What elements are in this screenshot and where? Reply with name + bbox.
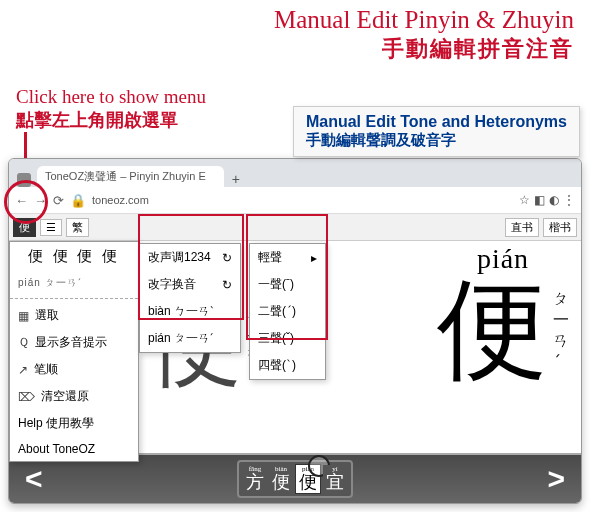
main-char: 便 [437, 275, 547, 385]
tone-label: 四聲(ˋ) [258, 357, 296, 374]
menu-item[interactable]: About ToneOZ [10, 437, 138, 461]
reload-button[interactable]: ⟳ [53, 193, 64, 208]
callout-zh: 手動編輯聲調及破音字 [306, 131, 567, 150]
menu-item[interactable]: ▦選取 [10, 302, 138, 329]
context-menu: 便 便 便 便 pián ㄆ一ㄢˊ ▦選取Ｑ显示多音提示↗笔顺⌦清空還原Help… [9, 241, 139, 462]
menu-item[interactable]: Ｑ显示多音提示 [10, 329, 138, 356]
menu-item-label: 選取 [35, 307, 59, 324]
menu-char-variants[interactable]: 便 便 便 便 [10, 242, 138, 271]
new-tab-button[interactable]: + [224, 171, 248, 187]
next-button[interactable]: > [547, 462, 565, 496]
submenu-item[interactable]: pián ㄆ一ㄢˊ [140, 325, 240, 352]
main-zhuyin: ㄆ一ㄢˊ [553, 289, 569, 385]
toolbar-trad-button[interactable]: 繁 [66, 218, 89, 237]
char-selector-item[interactable]: pián便 [295, 464, 321, 494]
menu-item[interactable]: ⌦清空還原 [10, 383, 138, 410]
toolbar-list-button[interactable]: ☰ [40, 219, 62, 236]
callout-panel: Manual Edit Tone and Heteronyms 手動編輯聲調及破… [293, 106, 580, 157]
toolbar-layout-vertical[interactable]: 直书 [505, 218, 539, 237]
char-glyph: 宜 [326, 472, 344, 492]
browser-menu-icon[interactable]: ⋮ [563, 193, 575, 207]
extension-icon[interactable]: ◧ [534, 193, 545, 207]
menu-item[interactable]: Help 使用教學 [10, 410, 138, 437]
highlight-circle [4, 180, 48, 224]
url-field[interactable]: 🔒 toneoz.com [70, 193, 513, 208]
menu-pinyin-row[interactable]: pián ㄆ一ㄢˊ [10, 271, 138, 295]
menu-item-icon: ▦ [18, 309, 29, 323]
title-zh: 手動編輯拼音注音 [0, 34, 574, 64]
tab-title: ToneOZ澳聲通 – Pinyin Zhuyin E [45, 169, 206, 184]
callout-en: Manual Edit Tone and Heteronyms [306, 113, 567, 131]
page-title: Manual Edit Pinyin & Zhuyin 手動編輯拼音注音 [0, 0, 594, 64]
char-glyph: 便 [272, 472, 290, 492]
char-selector: fāng方biàn便pián便yí宜 [237, 460, 353, 498]
menu-item-icon: Ｑ [18, 334, 29, 351]
hint-en: Click here to show menu [16, 86, 206, 108]
highlight-box-2 [246, 214, 328, 340]
char-glyph: 方 [246, 472, 264, 492]
menu-item-label: 清空還原 [41, 388, 89, 405]
toolbar-layout-kaishu[interactable]: 楷书 [543, 218, 577, 237]
main-preview: pián 便 ㄆ一ㄢˊ [437, 243, 569, 385]
url-text: toneoz.com [92, 194, 149, 206]
lock-icon: 🔒 [70, 193, 86, 208]
menu-item-label: Help 使用教學 [18, 415, 94, 432]
menu-item-label: About ToneOZ [18, 442, 95, 456]
char-selector-item[interactable]: yí宜 [323, 465, 347, 493]
menu-item-label: 笔顺 [34, 361, 58, 378]
highlight-box-1 [138, 214, 244, 320]
char-selector-item[interactable]: biàn便 [269, 465, 293, 493]
tone-item[interactable]: 四聲(ˋ) [250, 352, 325, 379]
menu-item[interactable]: ↗笔顺 [10, 356, 138, 383]
submenu-label: pián ㄆ一ㄢˊ [148, 330, 213, 347]
menu-item-icon: ⌦ [18, 390, 35, 404]
hint-zh: 點擊左上角開啟選單 [16, 108, 206, 132]
hint-text: Click here to show menu 點擊左上角開啟選單 [16, 86, 206, 132]
menu-item-icon: ↗ [18, 363, 28, 377]
char-selector-item[interactable]: fāng方 [243, 465, 267, 493]
menu-item-label: 显示多音提示 [35, 334, 107, 351]
title-en: Manual Edit Pinyin & Zhuyin [0, 6, 574, 34]
tab-strip: ToneOZ澳聲通 – Pinyin Zhuyin E + [9, 159, 581, 187]
avatar-icon[interactable]: ◐ [549, 193, 559, 207]
bookmark-icon[interactable]: ☆ [519, 193, 530, 207]
address-bar: ← → ⟳ 🔒 toneoz.com ☆ ◧ ◐ ⋮ [9, 187, 581, 214]
browser-tab[interactable]: ToneOZ澳聲通 – Pinyin Zhuyin E [37, 166, 224, 187]
prev-button[interactable]: < [25, 462, 43, 496]
